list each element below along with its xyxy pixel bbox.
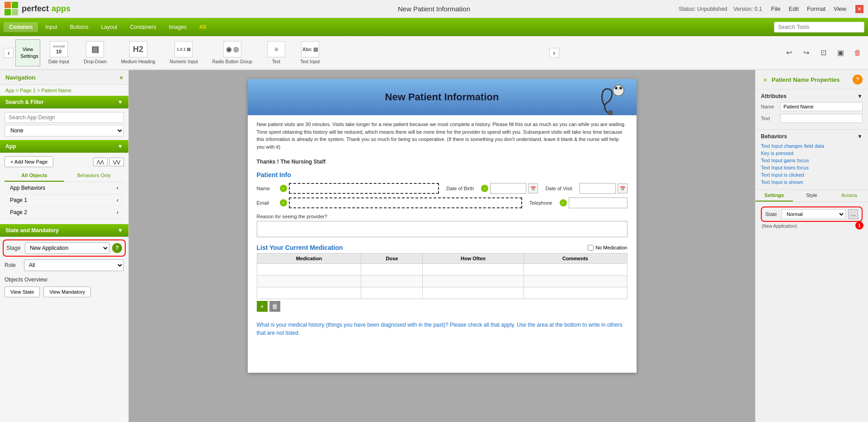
dov-input[interactable] (580, 183, 616, 194)
frame-button[interactable]: ▣ (834, 46, 847, 60)
stage-dropdown[interactable]: New Application Follow Up Closed (25, 242, 109, 254)
tab-containers[interactable]: Containers (124, 22, 161, 32)
component-text[interactable]: ≡ Text (260, 38, 292, 67)
page-nav-buttons: ⋀⋀ ⋁⋁ (93, 158, 124, 166)
no-medication-row: No Medication (588, 245, 627, 251)
close-button[interactable]: ✕ (855, 5, 863, 13)
app-section-body: + Add New Page ⋀⋀ ⋁⋁ All Objects Behavio… (0, 153, 128, 222)
tree-item-app-behaviors[interactable]: App Behaviors ‹ (5, 182, 124, 194)
name-attr-row: Name (761, 102, 863, 111)
resize-button[interactable]: ⊡ (816, 46, 830, 60)
tab-style[interactable]: Style (793, 190, 830, 202)
stage-circled-container: Stage New Application Follow Up Closed ? (3, 239, 126, 257)
form-title: New Patient Information (385, 91, 499, 103)
name-field-icon: ✓ (280, 185, 287, 192)
svg-rect-0 (5, 2, 11, 8)
component-dropdown[interactable]: ▤ Drop-Down (77, 38, 113, 67)
medication-title: List Your Current Medication (257, 244, 343, 251)
canvas-scroll[interactable]: New Patient Information New patient visi… (129, 70, 755, 422)
name-attr-input[interactable] (780, 102, 863, 111)
behavior-link-5[interactable]: Text Input is shown (761, 178, 863, 186)
tab-settings[interactable]: Settings (755, 190, 793, 202)
state-dropdown[interactable]: Normal Read Only Hidden Disabled (782, 209, 845, 219)
collapse-panel-button[interactable]: « (761, 75, 770, 84)
menu-file[interactable]: File (771, 5, 781, 12)
component-radio-button-group[interactable]: ◉ ◎ Radio Button Group (206, 38, 259, 67)
tree-item-collapse-icon: ‹ (117, 185, 118, 191)
tab-behaviors-only[interactable]: Behaviors Only (64, 170, 124, 182)
search-tools-input[interactable] (774, 22, 864, 33)
app-section-header[interactable]: App ▼ (0, 140, 128, 153)
search-filter-body: None Page 1 Page 2 (0, 108, 128, 140)
component-medium-heading[interactable]: H2 Medium Heading (115, 38, 162, 67)
toolbar-next-btn[interactable]: › (549, 48, 559, 58)
text-attr-input[interactable] (780, 114, 863, 123)
redo-button[interactable]: ↪ (799, 46, 813, 60)
email-input[interactable] (289, 197, 522, 208)
tab-layout[interactable]: Layout (95, 22, 123, 32)
tab-input[interactable]: Input (40, 22, 63, 32)
state-row-circled: State Normal Read Only Hidden Disabled … (761, 206, 863, 222)
search-filter-header[interactable]: Search & Filter ▼ (0, 96, 128, 108)
behavior-link-3[interactable]: Text Input loses focus (761, 164, 863, 171)
tree-item-page2[interactable]: Page 2 ‹ (5, 206, 124, 219)
menu-format[interactable]: Format (807, 5, 826, 12)
component-numeric-input[interactable]: 1.2.1 ▤ Numeric Input (163, 38, 204, 67)
dob-input[interactable] (490, 183, 526, 194)
page-up-button[interactable]: ⋀⋀ (93, 158, 108, 166)
delete-button[interactable]: 🗑 (851, 46, 864, 60)
name-input[interactable] (289, 183, 439, 194)
dov-field-row: 📅 (580, 183, 627, 194)
state-more-button[interactable]: … (848, 209, 858, 219)
state-sublabel: (New Application) (761, 224, 863, 229)
telephone-input[interactable] (569, 197, 627, 208)
behavior-link-2[interactable]: Text Input gains focus (761, 157, 863, 164)
search-app-design-input[interactable] (5, 112, 124, 123)
telephone-field-icon: ✓ (560, 199, 567, 206)
tab-access[interactable]: Access (830, 190, 868, 202)
dob-calendar-icon[interactable]: 📅 (528, 183, 538, 193)
table-row (257, 264, 627, 276)
date-input-icon: mm/dd 10 (50, 41, 68, 57)
tab-images[interactable]: Images (163, 22, 192, 32)
page-down-button[interactable]: ⋁⋁ (109, 158, 124, 166)
email-field-row: ✓ (280, 197, 522, 208)
tree-item-page1[interactable]: Page 1 ‹ (5, 194, 124, 206)
behavior-link-0[interactable]: Text Input changes field data (761, 142, 863, 150)
stage-help-button[interactable]: ? (112, 243, 122, 253)
tab-all-objects[interactable]: All Objects (5, 170, 64, 182)
help-circle-icon[interactable]: ? (853, 75, 863, 84)
behaviors-header: Behaviors ▼ (761, 133, 863, 140)
toolbar-prev-btn[interactable]: ‹ (4, 48, 14, 58)
no-medication-checkbox[interactable] (588, 245, 594, 251)
telephone-field-row: ✓ (560, 197, 627, 208)
state-mandatory-header[interactable]: State and Mandatory ▼ (0, 224, 128, 237)
role-dropdown[interactable]: All Admin Nurse (24, 259, 124, 271)
top-bar: perfectapps New Patient Information Stat… (0, 0, 868, 18)
dov-calendar-icon[interactable]: 📅 (618, 183, 627, 193)
tab-common[interactable]: Common (4, 22, 38, 32)
add-row-button[interactable]: + (257, 301, 268, 312)
undo-button[interactable]: ↩ (782, 46, 796, 60)
settings-tabs: Settings Style Access (755, 190, 868, 202)
behavior-link-4[interactable]: Text Input is clicked (761, 171, 863, 178)
behavior-link-1[interactable]: Key is pressed (761, 150, 863, 157)
view-state-button[interactable]: View State (5, 286, 40, 297)
state-badge: 1 (855, 221, 863, 230)
add-new-page-button[interactable]: + Add New Page (5, 156, 53, 167)
tab-all[interactable]: All (194, 22, 212, 32)
tab-buttons[interactable]: Buttons (65, 22, 94, 32)
menu-view[interactable]: View (834, 5, 846, 12)
delete-row-button[interactable]: 🗑 (269, 301, 280, 312)
component-text-input[interactable]: Abc ▤ Text Input (294, 38, 326, 67)
view-settings-btn[interactable]: ViewSettings (15, 39, 40, 66)
search-filter-collapse-icon: ▼ (118, 99, 123, 105)
menu-edit[interactable]: Edit (788, 5, 798, 12)
filter-dropdown[interactable]: None Page 1 Page 2 (5, 125, 124, 136)
behaviors-collapse-icon: ▼ (857, 133, 863, 140)
component-date-input[interactable]: mm/dd 10 Date Input (42, 38, 75, 67)
view-mandatory-button[interactable]: View Mandatory (43, 286, 91, 297)
nav-expand-icon[interactable]: » (119, 74, 123, 81)
reason-textarea[interactable] (257, 221, 627, 237)
role-row: Role All Admin Nurse (0, 258, 128, 275)
